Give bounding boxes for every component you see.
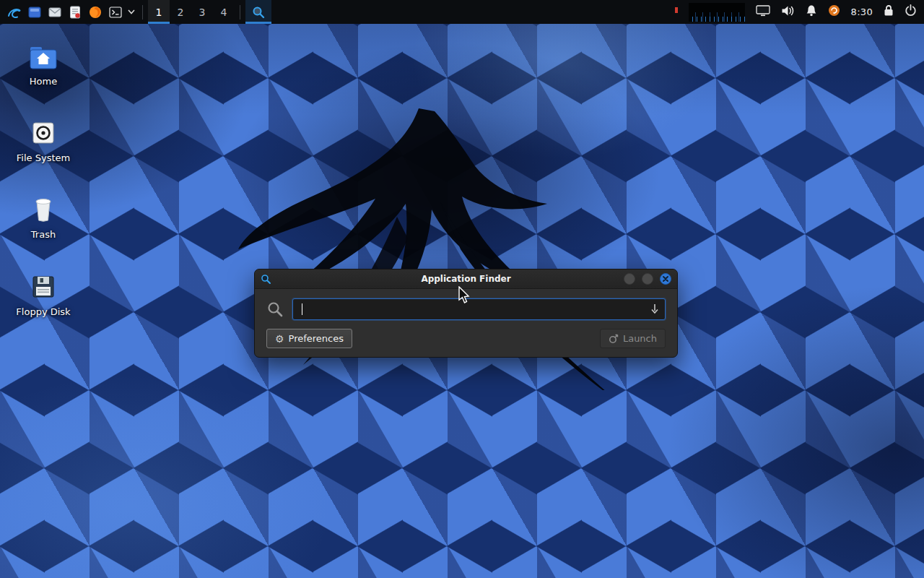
search-icon (266, 301, 284, 318)
desktop-icon-label: Trash (9, 229, 78, 240)
preferences-button[interactable]: ⚙ Preferences (266, 329, 352, 348)
desktop-icon-trash[interactable]: Trash (9, 195, 78, 240)
lock-icon (884, 4, 894, 17)
volume-tray-button[interactable] (781, 5, 795, 20)
text-editor-icon (68, 5, 82, 20)
launch-button[interactable]: Launch (600, 329, 666, 348)
trash-icon (32, 195, 55, 223)
window-titlebar[interactable]: Application Finder (255, 269, 677, 289)
workspace-2[interactable]: 2 (170, 0, 191, 24)
desktop-icon-label: File System (9, 152, 78, 163)
application-finder-icon (252, 6, 265, 19)
display-icon (756, 5, 770, 17)
file-manager-launcher[interactable] (25, 0, 45, 24)
power-icon (905, 4, 917, 17)
window-body: ⚙ Preferences Launch (255, 289, 677, 357)
workspace-4-label: 4 (221, 7, 227, 18)
terminal-launcher[interactable] (105, 0, 126, 24)
taskbar-application-finder[interactable] (245, 0, 271, 24)
desktop-icon-label: Floppy Disk (9, 306, 78, 317)
firefox-icon (88, 5, 103, 20)
workspace-3-label: 3 (199, 7, 206, 18)
kali-menu-button[interactable] (4, 0, 25, 24)
close-button[interactable] (660, 273, 671, 285)
filesystem-drive-icon (30, 120, 56, 146)
text-editor-launcher[interactable] (65, 0, 85, 24)
bell-icon (806, 4, 817, 17)
workspace-3[interactable]: 3 (191, 0, 213, 24)
power-tray-button[interactable] (905, 4, 917, 20)
terminal-icon (108, 5, 123, 20)
close-icon (663, 276, 668, 282)
updates-tray-button[interactable] (828, 4, 840, 20)
maximize-button[interactable] (642, 273, 653, 285)
panel-clock[interactable]: 8:30 (851, 7, 873, 17)
workspace-1-label: 1 (156, 7, 162, 18)
workspace-1[interactable]: 1 (148, 0, 170, 24)
mail-icon (48, 5, 62, 20)
workspace-2-label: 2 (178, 7, 184, 18)
application-finder-window: Application Finder (254, 269, 678, 358)
search-input[interactable] (292, 298, 666, 320)
firefox-launcher[interactable] (85, 0, 105, 24)
updates-icon (828, 4, 840, 17)
workspace-4[interactable]: 4 (213, 0, 235, 24)
window-titlebar-icon (261, 274, 271, 285)
window-title: Application Finder (255, 274, 677, 284)
mail-launcher[interactable] (45, 0, 65, 24)
desktop-icon-floppy[interactable]: Floppy Disk (9, 272, 78, 317)
window-controls (624, 273, 671, 285)
chevron-down-icon (128, 9, 135, 14)
launch-icon (609, 334, 619, 344)
home-folder-icon (30, 46, 57, 69)
volume-icon (781, 5, 795, 17)
entry-dropdown-arrow-icon[interactable] (650, 303, 660, 314)
preferences-button-label: Preferences (289, 333, 344, 344)
lock-tray-button[interactable] (884, 4, 894, 20)
desktop-icon-label: Home (9, 76, 78, 87)
desktop-icon-home[interactable]: Home (9, 42, 78, 87)
terminal-dropdown-button[interactable] (126, 0, 137, 24)
file-manager-icon (27, 5, 42, 20)
gear-icon: ⚙ (275, 334, 284, 344)
panel-separator (142, 5, 143, 20)
top-panel: 1 2 3 4 (0, 0, 924, 24)
display-tray-button[interactable] (756, 5, 770, 20)
notifications-tray-button[interactable] (806, 4, 817, 20)
text-caret (302, 303, 302, 315)
panel-separator (240, 5, 240, 20)
system-monitor-graph[interactable] (689, 3, 745, 22)
panel-tray: 8:30 (675, 3, 920, 22)
alert-indicator (675, 7, 678, 13)
kali-logo-icon (6, 4, 22, 20)
floppy-disk-icon (30, 274, 56, 300)
launch-button-label: Launch (623, 333, 657, 344)
desktop-icon-filesystem[interactable]: File System (9, 118, 78, 163)
minimize-button[interactable] (624, 273, 635, 285)
